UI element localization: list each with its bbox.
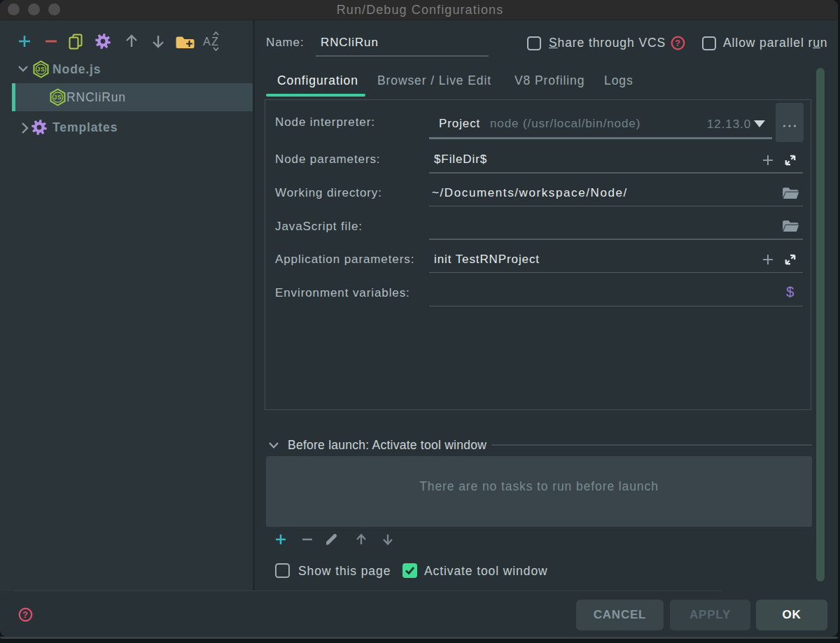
- svg-text:JS: JS: [53, 94, 62, 101]
- svg-text:A: A: [203, 36, 211, 48]
- svg-text:Z: Z: [211, 36, 219, 48]
- svg-text:JS: JS: [36, 66, 45, 73]
- svg-text:?: ?: [22, 609, 29, 620]
- svg-text:?: ?: [675, 38, 681, 48]
